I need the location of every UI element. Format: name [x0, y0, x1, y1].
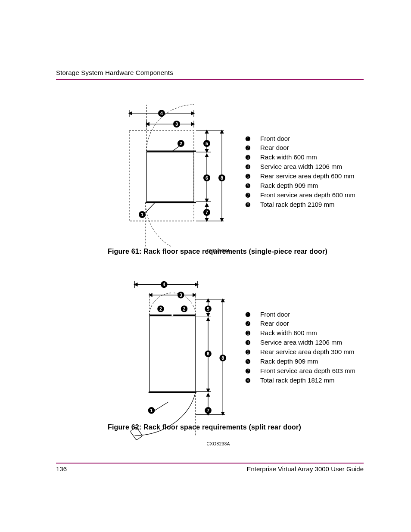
callout-2-icon: 2	[177, 140, 184, 147]
legend-num-icon: ➎	[246, 173, 253, 181]
callout-2a-icon: 2	[157, 305, 164, 312]
svg-text:2: 2	[180, 141, 182, 146]
legend-num-icon: ➍	[246, 339, 253, 347]
legend-num-icon: ➏	[246, 358, 253, 366]
legend-label: Rear door	[260, 143, 289, 152]
figure-code: CXO8238A	[121, 442, 230, 446]
callout-5-icon: 5	[203, 140, 210, 147]
diagram-62: 4 3 2 2 5 6 8 7 1 CXO8238A	[121, 276, 233, 418]
legend-num-icon: ➏	[246, 182, 253, 190]
callout-1-icon: 1	[148, 407, 155, 414]
legend-item: ➌Rack width 600 mm	[246, 152, 355, 162]
legend-item: ➐Front service area depth 600 mm	[246, 190, 355, 200]
legend-num-icon: ➍	[246, 163, 253, 171]
legend-61: ➊Front door ➋Rear door ➌Rack width 600 m…	[246, 134, 355, 209]
legend-label: Rear service area depth 600 mm	[260, 171, 354, 181]
legend-num-icon: ➋	[246, 320, 253, 328]
legend-label: Rack depth 909 mm	[260, 357, 318, 366]
figure-62: 4 3 2 2 5 6 8 7 1 CXO8238A ➊Front door ➋…	[56, 276, 364, 431]
diagram-61: 4 3 2 1 5 6 7 8 CXO7593A	[121, 100, 233, 243]
svg-text:4: 4	[160, 111, 163, 116]
callout-6-icon: 6	[203, 174, 210, 181]
svg-text:2: 2	[159, 306, 162, 311]
figure-caption: Figure 61: Rack floor space requirements…	[108, 248, 364, 255]
running-header: Storage System Hardware Components	[56, 69, 364, 80]
legend-item: ➊Front door	[246, 134, 355, 143]
legend-item: ➎Rear service area depth 600 mm	[246, 171, 355, 181]
page-footer: 136 Enterprise Virtual Array 3000 User G…	[56, 463, 364, 473]
callout-4-icon: 4	[161, 281, 168, 288]
callout-6-icon: 6	[205, 350, 212, 357]
footer-rule	[56, 463, 364, 464]
legend-num-icon: ➌	[246, 330, 253, 338]
legend-label: Front service area depth 603 mm	[260, 366, 355, 376]
legend-label: Front service area depth 600 mm	[260, 190, 355, 200]
figure-caption: Figure 62: Rack floor space requirements…	[108, 423, 364, 431]
svg-text:3: 3	[175, 121, 178, 127]
svg-line-24	[172, 146, 179, 151]
svg-text:4: 4	[163, 282, 165, 287]
legend-num-icon: ➐	[246, 192, 253, 200]
doc-title: Enterprise Virtual Array 3000 User Guide	[246, 465, 364, 473]
callout-4-icon: 4	[158, 110, 165, 117]
legend-item: ➏Rack depth 909 mm	[246, 181, 355, 190]
callout-8-icon: 8	[219, 355, 226, 361]
legend-item: ➏Rack depth 909 mm	[246, 357, 355, 366]
legend-num-icon: ➎	[246, 348, 253, 357]
legend-item: ➌Rack width 600 mm	[246, 328, 355, 338]
legend-label: Service area width 1206 mm	[260, 162, 342, 171]
svg-text:2: 2	[183, 306, 186, 311]
legend-num-icon: ➑	[246, 201, 253, 209]
legend-label: Rack width 600 mm	[260, 328, 317, 338]
svg-rect-36	[149, 316, 196, 392]
legend-label: Total rack depth 1812 mm	[260, 376, 335, 385]
legend-item: ➐Front service area depth 603 mm	[246, 366, 355, 376]
legend-item: ➊Front door	[246, 310, 355, 319]
legend-item: ➎Rear service area depth 300 mm	[246, 347, 355, 357]
page-number: 136	[56, 465, 67, 473]
legend-num-icon: ➊	[246, 311, 253, 319]
legend-num-icon: ➋	[246, 144, 253, 152]
legend-label: Rack depth 909 mm	[260, 181, 318, 190]
svg-text:5: 5	[207, 306, 209, 311]
callout-7-icon: 7	[205, 407, 212, 414]
legend-label: Rear door	[260, 319, 289, 328]
svg-text:7: 7	[207, 408, 209, 413]
callout-3-icon: 3	[177, 292, 184, 299]
callout-7-icon: 7	[203, 209, 210, 216]
callout-5-icon: 5	[205, 305, 212, 312]
legend-62: ➊Front door ➋Rear door ➌Rack width 600 m…	[246, 310, 355, 385]
svg-text:6: 6	[207, 351, 209, 356]
svg-text:8: 8	[221, 355, 224, 361]
legend-label: Rear service area depth 300 mm	[260, 347, 354, 357]
svg-text:1: 1	[141, 212, 143, 217]
header-rule	[56, 79, 364, 80]
svg-line-27	[146, 202, 155, 212]
legend-label: Service area width 1206 mm	[260, 338, 342, 347]
svg-text:6: 6	[206, 175, 208, 180]
svg-text:1: 1	[150, 408, 153, 413]
legend-item: ➍Service area width 1206 mm	[246, 338, 355, 347]
legend-num-icon: ➑	[246, 377, 253, 385]
section-title: Storage System Hardware Components	[56, 69, 364, 76]
legend-item: ➋Rear door	[246, 319, 355, 328]
svg-text:3: 3	[180, 292, 182, 298]
legend-label: Front door	[260, 310, 290, 319]
legend-item: ➑Total rack depth 1812 mm	[246, 376, 355, 385]
svg-line-71	[155, 402, 168, 410]
callout-1-icon: 1	[139, 211, 146, 218]
figure-61: 4 3 2 1 5 6 7 8 CXO7593A ➊Front door ➋Re…	[56, 100, 364, 255]
legend-item: ➑Total rack depth 2109 mm	[246, 200, 355, 209]
callout-3-icon: 3	[173, 121, 180, 128]
legend-label: Front door	[260, 134, 290, 143]
svg-rect-1	[146, 152, 194, 202]
svg-text:5: 5	[206, 141, 208, 146]
legend-item: ➍Service area width 1206 mm	[246, 162, 355, 171]
legend-num-icon: ➊	[246, 135, 253, 143]
svg-text:8: 8	[221, 175, 223, 180]
legend-label: Rack width 600 mm	[260, 152, 317, 162]
callout-2b-icon: 2	[181, 305, 188, 312]
legend-num-icon: ➌	[246, 154, 253, 162]
callout-8-icon: 8	[218, 174, 225, 181]
legend-item: ➋Rear door	[246, 143, 355, 152]
